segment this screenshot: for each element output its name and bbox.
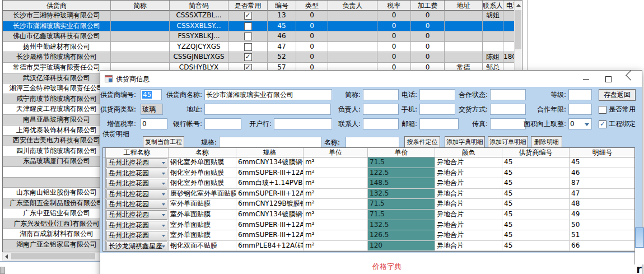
fax-input[interactable] bbox=[490, 118, 526, 129]
grid-row[interactable]: 岳州北控花园室外单面贴膜6mmSUPER-III+12A(硅...m²132.5… bbox=[103, 220, 634, 231]
grid-column-header-unit[interactable]: 单位 bbox=[304, 148, 368, 157]
cell-detail-id[interactable]: 48 bbox=[570, 199, 634, 209]
close-icon[interactable] bbox=[619, 71, 642, 87]
copy-project-button[interactable]: 复制当前工程 bbox=[143, 136, 184, 148]
cell-unit[interactable]: m² bbox=[304, 210, 368, 220]
cell-price[interactable]: 132.5 bbox=[368, 189, 435, 199]
minimize-icon[interactable] bbox=[575, 71, 597, 87]
table-row[interactable]: 长沙市潇湘玻璃实业有限公司CSSXXBLSY...45000 bbox=[3, 21, 522, 32]
column-header-address[interactable]: 地址 bbox=[445, 1, 483, 11]
vat-input[interactable]: 0 bbox=[141, 118, 167, 129]
cell-price[interactable]: 120 bbox=[368, 241, 435, 251]
common-checkbox[interactable] bbox=[244, 53, 252, 61]
table-row[interactable]: 长沙晟格节能玻璃有限公司CSSGJNBLYXGS52000陈姐180751 bbox=[3, 52, 522, 63]
add-dict-detail-button[interactable]: 添加字典明细 bbox=[445, 136, 485, 148]
cell-color[interactable]: 异地合片 bbox=[435, 189, 502, 199]
cell-supplier-id[interactable]: 45 bbox=[502, 241, 570, 251]
cell-color[interactable]: 异地合片 bbox=[435, 210, 502, 220]
cell-spec[interactable]: 6mmSUPER-III+12A(硅... bbox=[236, 168, 304, 178]
abbr-input[interactable] bbox=[363, 89, 399, 100]
coop-status-input[interactable] bbox=[490, 89, 526, 100]
email-input[interactable] bbox=[419, 118, 459, 129]
common-checkbox[interactable] bbox=[244, 43, 252, 51]
cell-color[interactable]: 异地合片 bbox=[435, 168, 502, 178]
cell-detail-id[interactable]: 46 bbox=[570, 168, 634, 178]
project-bind-checkbox[interactable]: 工程绑定 bbox=[599, 119, 636, 131]
cell-price[interactable]: 148.5 bbox=[368, 178, 435, 188]
spec-filter-input[interactable] bbox=[219, 137, 322, 148]
project-combobox[interactable]: 岳州北控花园 bbox=[106, 221, 167, 230]
cell-price[interactable]: 71.5 bbox=[368, 210, 435, 220]
cell-detail-id[interactable]: 51 bbox=[570, 230, 634, 240]
grid-column-header-project[interactable]: 工程名称 bbox=[106, 148, 169, 157]
cell-color[interactable]: 异地合片 bbox=[435, 241, 502, 251]
table-row[interactable]: 长沙市三湘特种玻璃有限公司CSSSXTZBL...13000胡姐 bbox=[3, 11, 522, 21]
grid-row[interactable]: 岳州北控花园钢化室外单面贴膜6mmSUPER-III+12A(硅...m²122… bbox=[103, 168, 634, 179]
cell-supplier-id[interactable]: 45 bbox=[502, 157, 570, 168]
cell-spec[interactable]: 6mmCNY134镀膜钢化 bbox=[236, 210, 304, 220]
grid-row[interactable]: 岳州北控花园室外单面贴膜6mmSUPER-III+12A(硅...m²126.5… bbox=[103, 230, 634, 241]
maximize-icon[interactable] bbox=[597, 71, 619, 87]
column-header-fee[interactable]: 加工费 bbox=[411, 1, 445, 11]
scroll-up-icon[interactable] bbox=[516, 4, 521, 7]
grid-row[interactable]: 岳州北控花园钢化室外单面贴膜6mmCNY134镀膜钢化m²71.5异地合片454… bbox=[103, 157, 634, 168]
column-header-type[interactable]: 类型 bbox=[296, 1, 328, 11]
supplier-id-input[interactable]: 45 bbox=[141, 89, 162, 100]
cell-name[interactable]: 磨砂钢化室外单面贴膜 bbox=[169, 189, 236, 199]
column-header-id[interactable]: 编号 bbox=[268, 1, 296, 11]
table-row[interactable]: 佛山市亿鑫玻璃科技有限公司FSSYXBLKJ...46000 bbox=[3, 31, 522, 42]
cell-price[interactable]: 71.5 bbox=[368, 157, 435, 168]
cell-price[interactable]: 122.5 bbox=[368, 168, 435, 178]
cell-unit[interactable]: m² bbox=[304, 241, 368, 251]
cell-supplier-id[interactable]: 45 bbox=[502, 230, 570, 240]
manager-input[interactable] bbox=[363, 104, 399, 115]
cell-detail-id[interactable]: 50 bbox=[570, 220, 634, 230]
supplier-type-input[interactable]: 玻璃 bbox=[141, 104, 163, 115]
common-checkbox[interactable] bbox=[244, 22, 252, 30]
cell-spec[interactable]: 6mm白玻+1.14PVB+6mm... bbox=[236, 178, 304, 188]
cell-price[interactable]: 126.5 bbox=[368, 230, 435, 240]
add-order-detail-button[interactable]: 添加订单明细 bbox=[488, 136, 528, 148]
cell-supplier-id[interactable]: 45 bbox=[502, 178, 570, 188]
cell-name[interactable]: 钢化双面不贴膜 bbox=[169, 241, 236, 251]
grid-column-header-price[interactable]: 单价 bbox=[368, 148, 435, 157]
cell-spec[interactable]: 6mmSUPER-III+12A(硅... bbox=[236, 230, 304, 240]
grid-column-header-name[interactable]: 名称 bbox=[169, 148, 236, 157]
cell-spec[interactable]: 6mmPLE84+12A(硅酮胶... bbox=[236, 241, 304, 251]
mobile-input[interactable] bbox=[419, 104, 455, 115]
grid-row[interactable]: 长沙龙湖祺鑫星座钢化双面不贴膜6mmPLE84+12A(硅酮胶...m²120异… bbox=[103, 241, 634, 252]
cell-unit[interactable]: m² bbox=[304, 230, 368, 240]
column-header-common[interactable]: 是否常用 bbox=[228, 1, 268, 11]
common-use-checkbox[interactable]: 是否常用 bbox=[599, 105, 636, 116]
delete-detail-button[interactable]: 删除明细 bbox=[531, 136, 562, 148]
name-filter-input[interactable] bbox=[346, 137, 399, 148]
save-return-button[interactable]: 存盘返回 bbox=[599, 89, 636, 101]
project-combobox[interactable]: 长沙龙湖祺鑫星座 bbox=[106, 242, 167, 251]
cell-supplier-id[interactable]: 45 bbox=[502, 199, 570, 209]
grid-row[interactable]: 岳州北控花园室外单面贴膜6mmCNY134镀膜钢化m²71.5异地合片4549 bbox=[103, 210, 634, 220]
cell-unit[interactable]: m² bbox=[304, 189, 368, 199]
contact-input[interactable] bbox=[363, 118, 399, 129]
cell-supplier-id[interactable]: 45 bbox=[502, 168, 570, 178]
project-combobox[interactable]: 岳州北控花园 bbox=[106, 189, 167, 199]
column-header-abbr[interactable]: 简称 bbox=[111, 1, 170, 11]
cell-detail-id[interactable]: 49 bbox=[570, 210, 634, 220]
cell-detail-id[interactable]: 66 bbox=[570, 241, 634, 251]
cell-supplier-id[interactable]: 45 bbox=[502, 210, 570, 220]
delivery-input[interactable] bbox=[490, 104, 526, 115]
project-combobox[interactable]: 岳州北控花园 bbox=[106, 179, 167, 188]
scrollbar-thumb[interactable] bbox=[11, 253, 95, 259]
cell-spec[interactable]: 6mmSUPER-III+12A(硅... bbox=[236, 220, 304, 230]
cell-name[interactable]: 室外单面贴膜 bbox=[169, 220, 236, 230]
project-combobox[interactable]: 岳州北控花园 bbox=[106, 169, 167, 178]
cell-name[interactable]: 钢化室外单面贴膜 bbox=[169, 157, 236, 168]
table-row[interactable]: 扬州中勤建材有限公司YZZQJCYXGS47000 bbox=[3, 42, 522, 53]
scrollbar-thumb[interactable] bbox=[515, 10, 521, 49]
chevron-down-icon[interactable] bbox=[585, 123, 589, 126]
grid-row[interactable]: 岳州北控花园室外单面贴膜6mmCNY129B镀膜钢化m²71.5异地合片4548 bbox=[103, 199, 634, 210]
cell-unit[interactable]: m² bbox=[304, 168, 368, 178]
cell-spec[interactable]: 6mmSUPER-III+12A(硅... bbox=[236, 189, 304, 199]
cell-supplier-id[interactable]: 45 bbox=[502, 220, 570, 230]
column-header-manager[interactable]: 负责人 bbox=[328, 1, 377, 11]
bank-input[interactable] bbox=[274, 118, 332, 129]
